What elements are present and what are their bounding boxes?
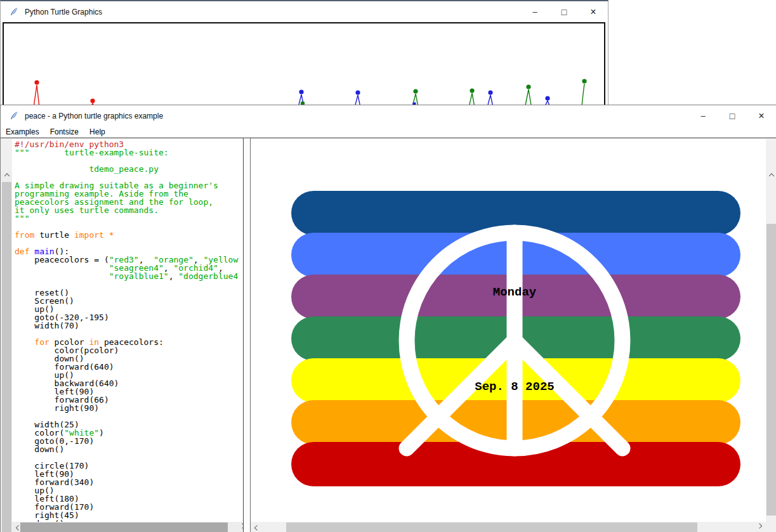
code-line: width(70): [15, 321, 243, 330]
peace-window: peace - a Python turtle graphics example…: [0, 105, 776, 532]
tk-feather-icon: [9, 111, 19, 121]
paned-content: #!/usr/bin/env python3""" turtle-example…: [1, 138, 776, 532]
tk-feather-icon: [9, 7, 19, 17]
scroll-right-button[interactable]: [754, 522, 765, 532]
peace-window-title: peace - a Python turtle graphics example: [25, 112, 163, 120]
scroll-thumb[interactable]: [20, 522, 228, 532]
desktop: Python Turtle Graphics – □ × peace - a P…: [0, 0, 776, 532]
scroll-thumb[interactable]: [2, 182, 11, 532]
turtle-figure: [525, 84, 531, 105]
scrollbar-corner: [766, 522, 776, 532]
menu-item-help[interactable]: Help: [89, 127, 105, 136]
scroll-up-button[interactable]: [1, 172, 12, 182]
bg-minimize-button[interactable]: –: [520, 1, 549, 22]
code-line: """ turtle-example-suite:: [15, 148, 243, 157]
code-pane[interactable]: #!/usr/bin/env python3""" turtle-example…: [12, 139, 243, 522]
scroll-thumb[interactable]: [766, 224, 776, 516]
code-line: tdemo_peace.py: [15, 165, 243, 173]
code-line: down(): [15, 445, 243, 453]
date-text: Sep. 8 2025: [475, 380, 554, 394]
bg-close-button[interactable]: ×: [579, 1, 608, 22]
code-line: "royalblue1", "dodgerblue4: [15, 272, 243, 280]
turtle-figure: [412, 89, 418, 107]
menu-item-examples[interactable]: Examples: [6, 127, 39, 136]
peace-maximize-button[interactable]: □: [718, 105, 747, 126]
canvas-scrollbar-vertical[interactable]: [766, 171, 776, 532]
code-line: from turtle import *: [15, 231, 243, 239]
turtle-figures: [4, 23, 604, 107]
scroll-left-button[interactable]: [251, 522, 262, 532]
turtle-figure: [582, 79, 587, 106]
code-line: right(90): [15, 404, 243, 412]
canvas-pane: Monday Sep. 8 2025: [251, 139, 766, 522]
code-scrollbar-horizontal[interactable]: [12, 522, 249, 532]
peace-titlebar[interactable]: peace - a Python turtle graphics example…: [1, 105, 776, 126]
code-text: #!/usr/bin/env python3""" turtle-example…: [12, 139, 243, 522]
canvas-scrollbar-horizontal[interactable]: [251, 522, 766, 532]
peace-drawing: Monday Sep. 8 2025: [251, 139, 766, 522]
turtle-figure: [469, 88, 475, 107]
scroll-up-button[interactable]: [766, 172, 776, 182]
pane-sash[interactable]: [243, 138, 251, 532]
turtle-figure: [34, 80, 39, 107]
scroll-thumb[interactable]: [286, 522, 697, 532]
menubar: Examples Fontsize Help: [1, 126, 776, 138]
code-scrollbar-vertical[interactable]: [1, 171, 12, 532]
bg-window-title: Python Turtle Graphics: [25, 8, 102, 16]
peace-minimize-button[interactable]: –: [688, 105, 718, 126]
code-line: """: [15, 214, 243, 223]
bg-titlebar[interactable]: Python Turtle Graphics – □ ×: [1, 1, 608, 22]
turtle-figure: [298, 89, 305, 107]
peace-close-button[interactable]: ×: [747, 105, 776, 126]
day-text: Monday: [493, 285, 537, 299]
menu-item-fontsize[interactable]: Fontsize: [50, 127, 79, 136]
bg-maximize-button[interactable]: □: [549, 1, 579, 22]
code-line: it only uses turtle commands.: [15, 206, 243, 214]
